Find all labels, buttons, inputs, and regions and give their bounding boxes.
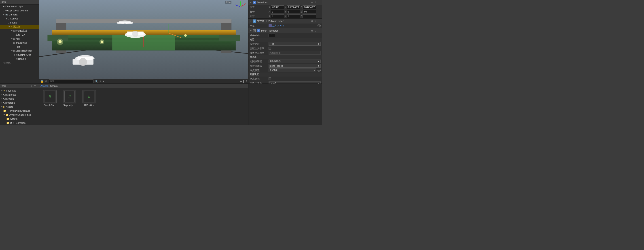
light-probe-dropdown[interactable]: 混合探测器 ▼ [268,60,321,63]
amplify-assets-item[interactable]: 📁 Assets [0,117,39,121]
anchor-select-btn[interactable]: ◎ [318,69,321,72]
terrain-label: _TerrainAutoUpgrade [7,109,30,112]
viewport-search[interactable] [49,79,94,83]
reflect-probe-dropdown[interactable]: Blend Probes ▼ [268,64,321,68]
pos-y-input[interactable] [287,5,300,9]
hierarchy-item-dibao-text[interactable]: T 底板TEXT [0,33,39,37]
materials-row: Materials 1 [248,33,322,38]
urp-samples-item[interactable]: 📁 URP Samples [0,121,39,125]
assets-panel: Assets › Scripts SimpleCa... SkipUnityL.… [39,84,248,125]
reflect-probe-value: Blend Probes [270,65,283,67]
favorites-star-icon: ★ [3,90,5,92]
camera-label: Camera [9,13,18,16]
asset-simpleca[interactable]: SimpleCa... [41,90,59,107]
hierarchy-item-sliding-area[interactable]: ▼ □ Sliding Area [0,53,39,57]
hierarchy-item-text[interactable]: T Text [0,45,39,49]
other-settings-group: 其他设置 [248,73,322,77]
rot-y-label: Y [285,11,286,13]
mesh-renderer-arrow: ▼ [250,30,252,32]
mesh-renderer-settings[interactable]: ⚙ [310,30,314,32]
sliding-label: Sliding Area [18,54,31,56]
urp-samples-label: URP Samples [10,122,26,124]
breadcrumb-assets[interactable]: Assets [40,85,48,87]
hierarchy-title: 层级 [1,1,6,4]
all-prefabs-item[interactable]: ○ All Prefabs [0,101,39,105]
asset-skipunity[interactable]: SkipUnityL... [60,90,78,107]
mesh-renderer-header[interactable]: ▼ ⊞ Mesh Renderer ⚙ ? ⋮ [248,28,322,33]
mesh-filter-section: ▼ ⊞ 立方体_6_2 (Mesh Filter) ⚙ ? ⋮ 网格 立方体_6… [248,19,322,28]
favorites-arrow: ▼ [1,90,3,92]
transform-gizmo[interactable]: X Y Z [235,1,246,12]
hierarchy-item-neirong[interactable]: ▼ □ 内容 [0,37,39,41]
hierarchy-item-more[interactable]: ↑Syste... [0,61,39,65]
amplify-shader-item[interactable]: ▼ 📁 AmplifyShaderPack [0,113,39,117]
terrain-upgrade-item[interactable]: 📁 _TerrainAutoUpgrade [0,109,39,113]
hierarchy-item-image-dibao[interactable]: ▼ □ image底板 [0,29,39,33]
hierarchy-item-directional-light[interactable]: ☀ Directional Light [0,5,39,9]
mesh-filter-settings[interactable]: ⚙ [310,20,314,22]
svg-point-20 [57,39,63,45]
hierarchy-content: ☀ Directional Light □ Post-process Volum… [0,5,39,84]
favorites-folder[interactable]: ▼ ★ Favorites [0,89,39,93]
transform-arrow: ▼ [250,1,252,4]
rot-x-input[interactable] [271,10,284,14]
scrollbar-arrow: ▼ [11,50,13,52]
dibao-icon: □ [14,30,15,32]
cast-shadow-dropdown[interactable]: 开启 ▼ [268,42,321,46]
mesh-filter-header[interactable]: ▼ ⊞ 立方体_6_2 (Mesh Filter) ⚙ ? ⋮ [248,19,322,24]
assets-folder[interactable]: ▼ ▶ Assets [0,105,39,109]
dibao-text-label: 底板TEXT [16,33,26,37]
rot-y-input[interactable] [287,10,300,14]
render-layer-dropdown[interactable]: Layer1 ▼ [268,82,321,84]
scale-y-input[interactable] [287,14,300,18]
all-materials-item[interactable]: ○ All Materials [0,93,39,97]
scene-view[interactable]: X Y Z Isoo [39,0,248,79]
scale-x-input[interactable] [271,14,284,18]
scrollbar-icon: □ [14,50,15,52]
dynamic-occlusion-checkbox[interactable]: ✓ [268,77,271,80]
hierarchy-item-camera[interactable]: ▼ 📷 Camera [0,13,39,17]
rot-z-input[interactable] [302,10,316,14]
svg-point-23 [184,34,187,37]
svg-point-22 [100,39,104,44]
mesh-renderer-menu[interactable]: ⋮ [318,30,321,32]
receive-gi-value: 光照探测器 [270,51,281,54]
hierarchy-item-image-zhezhao[interactable]: □ Image遮罩 [0,41,39,45]
transform-info-btn[interactable]: ? [314,1,317,4]
svg-text:Y: Y [240,1,241,2]
hierarchy-item-handle[interactable]: □ Handle [0,57,39,61]
hierarchy-item-image[interactable]: □ Image [0,21,39,25]
pos-x-input[interactable] [271,5,284,9]
anchor-dropdown[interactable]: 无 (变换) ▼ [268,69,316,72]
canvas-icon: □ [8,18,10,20]
mesh-filter-info[interactable]: ? [314,20,317,22]
svg-line-43 [236,5,240,7]
all-models-item[interactable]: ○ All Models [0,97,39,101]
hierarchy-item-scrollbar[interactable]: ▼ □ Scrollbar滚动条 [0,49,39,53]
scale-z-input[interactable] [302,14,316,18]
project-header: 项目 + ▼ [0,84,39,88]
hierarchy-item-canvas[interactable]: ▼ □ Canvas [0,17,39,21]
mesh-renderer-enable[interactable] [253,29,256,32]
pos-z-input[interactable] [302,5,316,9]
mesh-renderer-info[interactable]: ? [314,30,317,32]
all-materials-icon: ○ [1,94,2,96]
transform-settings-btn[interactable]: ⚙ [310,1,314,4]
transform-header[interactable]: ▼ ⊞ Transform ⚙ ? ⋮ [248,0,322,5]
project-menu-btn[interactable]: ▼ [33,85,37,87]
mesh-select-btn[interactable]: ◎ [318,24,321,27]
transform-icon: ⊞ [253,1,256,4]
breadcrumb-scripts: Scripts [50,85,58,87]
assets-label: Assets [6,105,13,108]
transform-actions: ⚙ ? ⋮ [310,1,321,4]
hierarchy-item-postprocess[interactable]: □ Post-process Volume [0,9,39,13]
project-add-btn[interactable]: + [30,85,33,87]
mesh-filter-menu[interactable]: ⋮ [318,20,321,22]
hierarchy-item-genjudian[interactable]: ▼ ○ 跟踪点 [0,25,39,29]
dynamic-occlusion-row: 动态遮挡 ✓ [248,77,322,81]
transform-menu-btn[interactable]: ⋮ [318,1,321,4]
contribute-gi-checkbox[interactable] [268,47,271,50]
asset-uiposition[interactable]: UIPosition [80,90,98,107]
svg-point-32 [125,22,133,24]
asset-simpleca-icon [45,91,55,102]
